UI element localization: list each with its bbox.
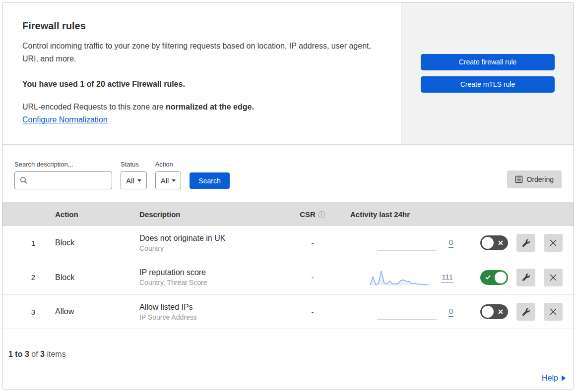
chevron-down-icon — [172, 179, 176, 182]
configure-normalization-link[interactable]: Configure Normalization — [22, 115, 108, 124]
items-range: 1 to 3 — [8, 350, 29, 358]
rule-action: Block — [47, 273, 131, 282]
rule-description: IP reputation score — [139, 268, 293, 277]
table-header: Action Description CSR ⓘ Activity last 2… — [2, 202, 574, 226]
activity-count-link[interactable]: 0 — [448, 238, 453, 248]
filter-bar: Search description... Status All Action … — [2, 145, 574, 202]
rule-action: Allow — [47, 307, 131, 316]
rule-description-cell: IP reputation score Country, Threat Scor… — [131, 268, 293, 286]
search-group: Search description... — [14, 161, 112, 189]
usage-summary: You have used 1 of 20 active Firewall ru… — [22, 80, 382, 89]
rule-action: Block — [47, 238, 131, 247]
edit-rule-button[interactable] — [516, 303, 535, 321]
rule-number: 3 — [2, 308, 47, 316]
rule-controls — [456, 234, 574, 252]
rule-number: 1 — [2, 239, 47, 247]
rule-number: 2 — [2, 273, 47, 281]
column-description: Description — [131, 210, 293, 219]
rule-enabled-toggle[interactable] — [480, 270, 508, 285]
status-label: Status — [121, 161, 147, 168]
items-of: of — [31, 350, 38, 358]
wrench-icon — [522, 239, 530, 247]
column-action: Action — [47, 210, 131, 219]
info-icon[interactable]: ⓘ — [318, 211, 325, 218]
column-csr: CSR ⓘ — [293, 210, 332, 219]
table-row: 2 Block IP reputation score Country, Thr… — [2, 260, 574, 294]
rule-activity-cell: 111 — [332, 268, 456, 287]
rule-fields: IP Source Address — [139, 313, 293, 321]
status-dropdown[interactable]: All — [121, 171, 147, 189]
activity-sparkline — [377, 302, 437, 321]
rule-csr: - — [293, 273, 332, 281]
activity-count-link[interactable]: 111 — [441, 273, 453, 282]
action-filter-group: Action All — [155, 161, 182, 189]
action-dropdown-value: All — [161, 176, 169, 185]
action-dropdown[interactable]: All — [155, 171, 182, 189]
rule-fields: Country — [139, 244, 293, 252]
rule-description-cell: Does not originate in UK Country — [131, 234, 293, 252]
table-row: 1 Block Does not originate in UK Country… — [2, 226, 574, 260]
wrench-icon — [522, 308, 530, 316]
activity-sparkline — [377, 233, 437, 252]
help-bar: Help — [2, 366, 574, 390]
close-icon — [550, 274, 557, 281]
rule-controls — [456, 303, 574, 321]
ordering-button[interactable]: Ordering — [507, 170, 562, 188]
delete-rule-button[interactable] — [544, 269, 563, 286]
help-link-label: Help — [542, 374, 558, 383]
page-title: Firewall rules — [22, 20, 382, 32]
rule-activity-cell: 0 — [332, 302, 456, 321]
page-description: Control incoming traffic to your zone by… — [22, 40, 380, 65]
toggle-knob — [495, 272, 507, 283]
edit-rule-button[interactable] — [516, 269, 535, 286]
rule-csr: - — [293, 239, 332, 247]
wrench-icon — [522, 274, 530, 281]
actions-panel: Create firewall rule Create mTLS rule — [401, 2, 574, 144]
normalization-bold: normalized at the edge. — [166, 103, 254, 111]
ordering-button-label: Ordering — [527, 175, 554, 183]
activity-count-link[interactable]: 0 — [448, 307, 453, 317]
column-activity: Activity last 24hr — [332, 210, 456, 219]
firewall-rules-card: Firewall rules Control incoming traffic … — [2, 2, 574, 390]
delete-rule-button[interactable] — [544, 234, 563, 252]
column-csr-label: CSR — [300, 210, 316, 219]
toggle-knob — [482, 306, 494, 318]
x-icon — [498, 240, 503, 245]
rule-description: Does not originate in UK — [139, 234, 293, 243]
chevron-down-icon — [137, 179, 141, 182]
arrow-right-icon — [562, 375, 566, 381]
header-section: Firewall rules Control incoming traffic … — [2, 2, 574, 145]
help-link[interactable]: Help — [542, 374, 566, 383]
normalization-prefix: URL-encoded Requests to this zone are — [22, 103, 166, 111]
normalization-note: URL-encoded Requests to this zone are no… — [22, 103, 382, 112]
items-total: 3 — [40, 350, 45, 358]
ordering-list-icon — [515, 175, 523, 183]
search-label: Search description... — [14, 161, 112, 168]
close-icon — [550, 308, 557, 315]
status-dropdown-value: All — [126, 176, 134, 185]
rule-csr: - — [293, 308, 332, 316]
edit-rule-button[interactable] — [516, 234, 535, 252]
rule-enabled-toggle[interactable] — [480, 235, 508, 250]
rule-controls — [456, 269, 574, 286]
rule-description: Allow listed IPs — [139, 303, 293, 312]
action-label: Action — [155, 161, 182, 168]
search-icon — [20, 176, 28, 184]
header-text-panel: Firewall rules Control incoming traffic … — [2, 2, 401, 144]
search-button[interactable]: Search — [190, 172, 229, 189]
create-mtls-rule-button[interactable]: Create mTLS rule — [421, 76, 555, 93]
rule-fields: Country, Threat Score — [139, 279, 293, 286]
rule-activity-cell: 0 — [332, 233, 456, 252]
search-input[interactable] — [14, 171, 112, 189]
rule-enabled-toggle[interactable] — [480, 304, 508, 319]
toggle-knob — [482, 237, 494, 249]
pagination-summary: 1 to 3 of 3 items — [2, 329, 574, 366]
rule-description-cell: Allow listed IPs IP Source Address — [131, 303, 293, 321]
delete-rule-button[interactable] — [544, 303, 563, 321]
x-icon — [498, 309, 503, 314]
check-icon — [485, 275, 491, 280]
create-firewall-rule-button[interactable]: Create firewall rule — [421, 54, 555, 70]
items-label: items — [47, 350, 65, 358]
activity-sparkline — [370, 268, 429, 287]
table-row: 3 Allow Allow listed IPs IP Source Addre… — [2, 295, 574, 329]
